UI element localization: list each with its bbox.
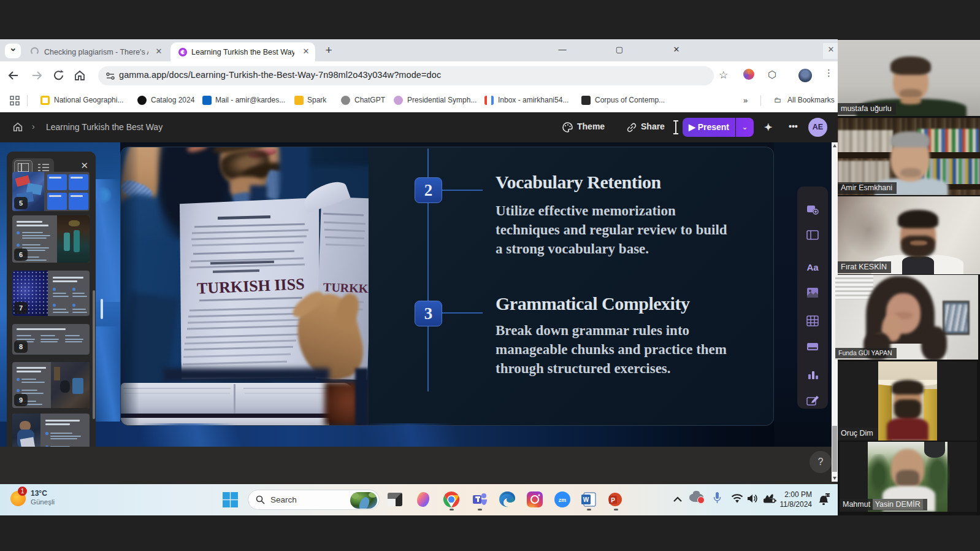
svg-text:W: W	[583, 496, 589, 503]
svg-text:zm: zm	[559, 497, 567, 503]
svg-text:P: P	[611, 497, 615, 504]
